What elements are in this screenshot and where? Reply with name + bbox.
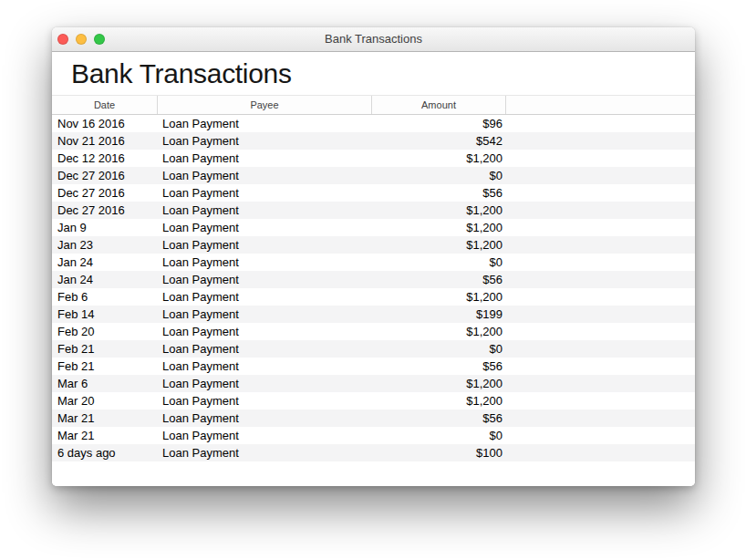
cell-payee: Loan Payment <box>158 236 372 254</box>
table-row[interactable]: Mar 21 Loan Payment $56 <box>52 410 695 427</box>
cell-amount: $542 <box>372 132 506 150</box>
cell-amount: $56 <box>372 184 506 202</box>
cell-amount: $1,200 <box>372 202 506 219</box>
table-row[interactable]: 6 days ago Loan Payment $100 <box>52 444 695 461</box>
window-title: Bank Transactions <box>52 27 695 51</box>
table-row[interactable]: Nov 16 2016 Loan Payment $96 <box>52 115 695 132</box>
table-row[interactable]: Dec 27 2016 Loan Payment $1,200 <box>52 202 695 219</box>
table-row[interactable]: Feb 6 Loan Payment $1,200 <box>52 288 695 306</box>
cell-date: Nov 16 2016 <box>52 115 158 132</box>
cell-date: Jan 23 <box>52 236 158 254</box>
heading-zone: Bank Transactions <box>52 52 695 95</box>
table-header-row: Date Payee Amount <box>52 95 695 115</box>
table-row[interactable]: Jan 9 Loan Payment $1,200 <box>52 219 695 236</box>
cell-payee: Loan Payment <box>158 375 372 392</box>
cell-amount: $0 <box>372 254 506 271</box>
cell-amount: $56 <box>372 410 506 427</box>
cell-date: Dec 27 2016 <box>52 167 158 184</box>
cell-amount: $96 <box>372 115 506 132</box>
window-titlebar[interactable]: Bank Transactions <box>52 27 695 52</box>
cell-date: Jan 24 <box>52 271 158 288</box>
cell-amount: $1,200 <box>372 219 506 236</box>
cell-amount: $1,200 <box>372 150 506 167</box>
table-row[interactable]: Mar 6 Loan Payment $1,200 <box>52 375 695 392</box>
cell-payee: Loan Payment <box>158 115 372 132</box>
cell-payee: Loan Payment <box>158 410 372 427</box>
page-title: Bank Transactions <box>71 58 292 89</box>
cell-amount: $0 <box>372 427 506 444</box>
table-body: Nov 16 2016 Loan Payment $96 Nov 21 2016… <box>52 115 695 461</box>
table-row[interactable]: Feb 21 Loan Payment $56 <box>52 358 695 375</box>
table-row[interactable]: Jan 24 Loan Payment $0 <box>52 254 695 271</box>
column-header-payee[interactable]: Payee <box>158 96 372 114</box>
cell-date: Feb 6 <box>52 288 158 306</box>
cell-amount: $199 <box>372 306 506 323</box>
cell-amount: $56 <box>372 358 506 375</box>
cell-payee: Loan Payment <box>158 444 372 461</box>
cell-amount: $1,200 <box>372 236 506 254</box>
cell-date: Jan 24 <box>52 254 158 271</box>
cell-payee: Loan Payment <box>158 392 372 410</box>
cell-date: Mar 21 <box>52 427 158 444</box>
cell-date: Mar 6 <box>52 375 158 392</box>
table-row[interactable]: Feb 14 Loan Payment $199 <box>52 306 695 323</box>
cell-date: Dec 27 2016 <box>52 202 158 219</box>
cell-date: Jan 9 <box>52 219 158 236</box>
cell-date: Feb 20 <box>52 323 158 340</box>
window-content: Bank Transactions Date Payee Amount Nov … <box>52 52 695 486</box>
table-row[interactable]: Dec 27 2016 Loan Payment $56 <box>52 184 695 202</box>
cell-amount: $1,200 <box>372 375 506 392</box>
transactions-table: Date Payee Amount Nov 16 2016 Loan Payme… <box>52 95 695 461</box>
table-row[interactable]: Mar 21 Loan Payment $0 <box>52 427 695 444</box>
column-header-date[interactable]: Date <box>52 96 158 114</box>
cell-date: Dec 27 2016 <box>52 184 158 202</box>
cell-payee: Loan Payment <box>158 150 372 167</box>
table-row[interactable]: Dec 12 2016 Loan Payment $1,200 <box>52 150 695 167</box>
table-row[interactable]: Feb 20 Loan Payment $1,200 <box>52 323 695 340</box>
cell-payee: Loan Payment <box>158 358 372 375</box>
table-row[interactable]: Jan 24 Loan Payment $56 <box>52 271 695 288</box>
cell-payee: Loan Payment <box>158 202 372 219</box>
cell-amount: $1,200 <box>372 392 506 410</box>
cell-payee: Loan Payment <box>158 340 372 358</box>
table-row[interactable]: Jan 23 Loan Payment $1,200 <box>52 236 695 254</box>
cell-date: Feb 21 <box>52 340 158 358</box>
cell-payee: Loan Payment <box>158 427 372 444</box>
cell-payee: Loan Payment <box>158 219 372 236</box>
cell-date: Nov 21 2016 <box>52 132 158 150</box>
cell-date: Mar 21 <box>52 410 158 427</box>
table-row[interactable]: Mar 20 Loan Payment $1,200 <box>52 392 695 410</box>
cell-date: Feb 21 <box>52 358 158 375</box>
cell-date: 6 days ago <box>52 444 158 461</box>
cell-payee: Loan Payment <box>158 254 372 271</box>
table-row[interactable]: Feb 21 Loan Payment $0 <box>52 340 695 358</box>
cell-amount: $0 <box>372 340 506 358</box>
cell-amount: $1,200 <box>372 288 506 306</box>
cell-date: Mar 20 <box>52 392 158 410</box>
cell-amount: $0 <box>372 167 506 184</box>
cell-amount: $100 <box>372 444 506 461</box>
cell-payee: Loan Payment <box>158 323 372 340</box>
cell-date: Feb 14 <box>52 306 158 323</box>
cell-payee: Loan Payment <box>158 167 372 184</box>
cell-payee: Loan Payment <box>158 271 372 288</box>
cell-amount: $1,200 <box>372 323 506 340</box>
bank-transactions-window: Bank Transactions Bank Transactions Date… <box>52 27 695 486</box>
cell-payee: Loan Payment <box>158 288 372 306</box>
table-row[interactable]: Nov 21 2016 Loan Payment $542 <box>52 132 695 150</box>
cell-payee: Loan Payment <box>158 184 372 202</box>
cell-payee: Loan Payment <box>158 306 372 323</box>
table-row[interactable]: Dec 27 2016 Loan Payment $0 <box>52 167 695 184</box>
cell-amount: $56 <box>372 271 506 288</box>
column-header-amount[interactable]: Amount <box>372 96 506 114</box>
cell-date: Dec 12 2016 <box>52 150 158 167</box>
cell-payee: Loan Payment <box>158 132 372 150</box>
column-header-filler <box>506 96 695 114</box>
